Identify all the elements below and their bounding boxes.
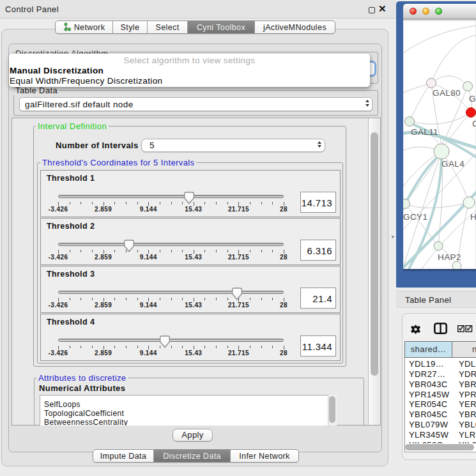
svg-text:C: C: [472, 119, 476, 128]
svg-text:GCY1: GCY1: [403, 212, 427, 222]
svg-text:GAL80: GAL80: [433, 88, 461, 98]
svg-text:H: H: [470, 212, 476, 222]
svg-text:GAL11: GAL11: [411, 127, 438, 137]
svg-text:GAL4: GAL4: [441, 159, 464, 169]
svg-text:GA: GA: [469, 94, 476, 104]
svg-text:HAP2: HAP2: [438, 252, 461, 262]
